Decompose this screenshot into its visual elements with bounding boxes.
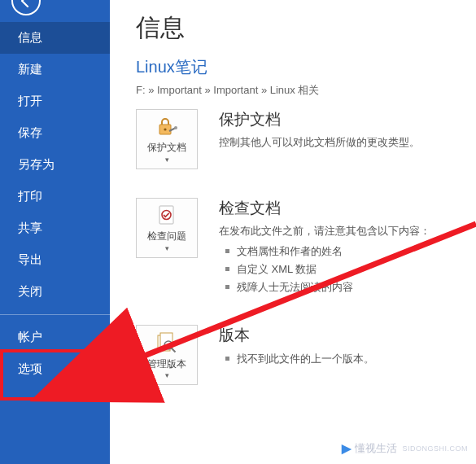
tile-label: 检查问题: [147, 230, 186, 242]
sidebar-item-account[interactable]: 帐户: [0, 322, 110, 353]
versions-section: 管理版本 ▾ 版本 找不到此文件的上一个版本。: [136, 325, 461, 385]
sidebar-item-print[interactable]: 打印: [0, 181, 110, 212]
svg-point-2: [174, 126, 177, 129]
protect-desc: 控制其他人可以对此文档所做的更改类型。: [219, 134, 461, 151]
list-item: 找不到此文件的上一个版本。: [224, 350, 461, 368]
list-item: 文档属性和作者的姓名: [224, 243, 461, 260]
backstage-sidebar: 信息 新建 打开 保存 另存为 打印 共享 导出 关闭 帐户 选项: [0, 0, 110, 464]
tile-label: 管理版本: [147, 358, 186, 370]
versions-list: 找不到此文件的上一个版本。: [224, 350, 461, 368]
list-item: 残障人士无法阅读的内容: [224, 278, 461, 296]
sidebar-item-share[interactable]: 共享: [0, 212, 110, 244]
list-item: 自定义 XML 数据: [224, 260, 461, 278]
watermark: ▶ 懂视生活 SIDONGSHI.COM: [342, 441, 468, 456]
sidebar-separator: [0, 314, 110, 315]
inspect-document-section: 检查问题 ▾ 检查文档 在发布此文件之前，请注意其包含以下内容： 文档属性和作者…: [136, 198, 461, 296]
sidebar-item-new[interactable]: 新建: [0, 54, 110, 85]
protect-title: 保护文档: [219, 109, 461, 130]
document-title: Linux笔记: [136, 56, 461, 78]
inspect-title: 检查文档: [219, 198, 461, 219]
sidebar-item-open[interactable]: 打开: [0, 85, 110, 117]
inspect-icon: [155, 203, 179, 229]
versions-title: 版本: [219, 325, 461, 346]
tile-label: 保护文档: [147, 142, 186, 153]
svg-point-1: [164, 129, 166, 131]
protect-document-section: 保护文档 ▾ 保护文档 控制其他人可以对此文档所做的更改类型。: [136, 109, 461, 169]
versions-icon: [155, 330, 179, 357]
inspect-list: 文档属性和作者的姓名 自定义 XML 数据 残障人士无法阅读的内容: [224, 243, 461, 296]
manage-versions-tile[interactable]: 管理版本 ▾: [136, 325, 198, 385]
sidebar-item-saveas[interactable]: 另存为: [0, 149, 110, 181]
main-content: 信息 Linux笔记 F: » Important » Important » …: [110, 0, 476, 464]
inspect-document-tile[interactable]: 检查问题 ▾: [136, 198, 198, 258]
protect-document-tile[interactable]: 保护文档 ▾: [136, 109, 198, 169]
breadcrumb: F: » Important » Important » Linux 相关: [136, 83, 461, 98]
chevron-down-icon: ▾: [165, 371, 169, 380]
lock-icon: [155, 114, 179, 140]
watermark-text: 懂视生活: [355, 442, 397, 456]
watermark-sub: SIDONGSHI.COM: [402, 444, 468, 453]
back-arrow-icon[interactable]: [11, 0, 41, 15]
inspect-desc: 在发布此文件之前，请注意其包含以下内容：: [219, 223, 461, 239]
chevron-down-icon: ▾: [165, 155, 169, 164]
watermark-icon: ▶: [342, 441, 352, 456]
sidebar-item-options[interactable]: 选项: [0, 353, 110, 385]
chevron-down-icon: ▾: [165, 244, 169, 253]
sidebar-item-save[interactable]: 保存: [0, 117, 110, 149]
sidebar-item-export[interactable]: 导出: [0, 244, 110, 276]
page-title: 信息: [136, 11, 461, 45]
sidebar-item-info[interactable]: 信息: [0, 22, 110, 54]
sidebar-item-close[interactable]: 关闭: [0, 276, 110, 308]
